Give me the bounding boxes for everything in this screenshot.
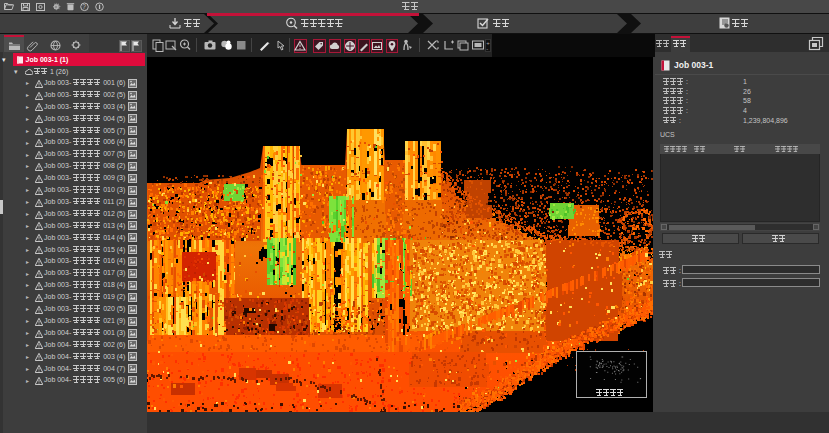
svg-text:?: ? (82, 3, 86, 10)
